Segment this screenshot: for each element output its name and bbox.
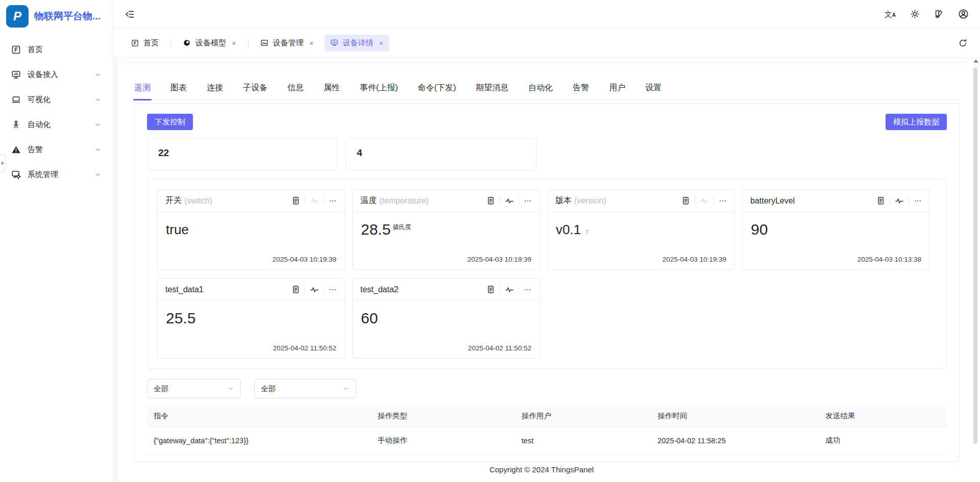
tab-telemetry[interactable]: 遥测 [134, 82, 151, 99]
sidebar-item-label: 系统管理 [28, 170, 58, 180]
column-op-user: 操作用户 [515, 405, 651, 427]
document-icon[interactable] [681, 196, 690, 205]
waveform-icon[interactable] [310, 196, 319, 206]
vertical-scrollbar[interactable] [972, 59, 979, 482]
more-icon[interactable] [329, 197, 337, 205]
visualization-icon [11, 95, 21, 105]
tab-alarm[interactable]: 告警 [573, 82, 589, 99]
document-icon[interactable] [291, 285, 300, 294]
sidebar-item-label: 自动化 [28, 120, 51, 130]
filter-select-1[interactable]: 全部 [147, 379, 241, 398]
page-tab-label: 设备管理 [273, 38, 304, 48]
telemetry-cards: 开关 (switch) true 2025-04-03 10:19:39 [147, 179, 947, 369]
home-f-icon [11, 45, 21, 55]
waveform-icon[interactable] [700, 196, 709, 206]
card-value: true [166, 222, 189, 237]
cell-result: 成功 [819, 427, 947, 454]
user-avatar-icon[interactable] [958, 9, 969, 19]
page-tab-device-detail[interactable]: 设备详情 × [325, 35, 389, 52]
theme-palette-icon[interactable] [934, 9, 944, 19]
document-icon[interactable] [291, 196, 300, 205]
select-value: 全部 [154, 384, 168, 394]
sidebar-item-alarm[interactable]: 告警 [5, 140, 108, 160]
card-timestamp: 2025-04-02 11:50:52 [273, 344, 336, 352]
scroll-up-arrow-icon[interactable] [973, 59, 978, 63]
refresh-icon[interactable] [958, 38, 968, 48]
column-result: 发送结果 [819, 405, 947, 427]
page-tab-device-management[interactable]: 设备管理 × [255, 35, 320, 52]
card-value: 60 [361, 310, 378, 326]
sidebar-item-system-management[interactable]: 系统管理 [5, 165, 108, 185]
tab-commands[interactable]: 命令(下发) [418, 82, 456, 99]
filter-select-2[interactable]: 全部 [254, 379, 356, 398]
column-command: 指令 [147, 405, 371, 427]
tab-events[interactable]: 事件(上报) [360, 82, 398, 99]
sidebar-item-home[interactable]: 首页 [5, 40, 108, 60]
collapse-sidebar-icon[interactable] [125, 9, 135, 19]
simulate-report-button[interactable]: 模拟上报数据 [886, 114, 947, 130]
waveform-icon[interactable] [505, 196, 514, 206]
telemetry-card-version: 版本 (version) v0.1↑ 2025-04-03 10:19:39 [547, 189, 735, 270]
stat-value: 22 [158, 147, 169, 159]
sidebar-item-automation[interactable]: 自动化 [5, 115, 108, 135]
card-timestamp: 2025-04-03 10:19:39 [273, 256, 336, 263]
more-icon[interactable] [719, 197, 727, 205]
page-tab-home[interactable]: 首页 [126, 35, 164, 52]
expand-right-icon [2, 161, 4, 165]
device-management-icon [260, 39, 268, 47]
document-icon[interactable] [486, 285, 495, 294]
scrollbar-thumb[interactable] [973, 67, 977, 444]
sidebar-item-device-access[interactable]: 设备接入 [5, 65, 108, 85]
logo[interactable]: P 物联网平台物... [0, 0, 113, 33]
page-tab-device-model[interactable]: 设备模型 × [177, 35, 242, 52]
language-icon[interactable]: 文A [885, 10, 896, 18]
thingspanel-logo-icon: P [6, 5, 29, 28]
chevron-down-icon [94, 171, 102, 179]
tab-automation[interactable]: 自动化 [528, 82, 553, 99]
waveform-icon[interactable] [505, 285, 514, 294]
card-value: 28.5 [361, 221, 390, 238]
card-value: v0.1 [556, 222, 581, 237]
close-icon[interactable]: × [379, 39, 384, 47]
more-icon[interactable] [329, 286, 337, 294]
waveform-icon[interactable] [895, 196, 904, 206]
topbar: 文A [113, 0, 980, 29]
cell-op-time: 2025-04-02 11:58:25 [651, 427, 819, 454]
tab-chart[interactable]: 图表 [170, 82, 187, 99]
tab-sub-devices[interactable]: 子设备 [243, 82, 267, 99]
more-icon[interactable] [524, 286, 532, 294]
card-timestamp: 2025-04-02 11:50:52 [468, 344, 531, 352]
table-header-row: 指令 操作类型 操作用户 操作时间 发送结果 [147, 405, 947, 427]
card-value: 90 [751, 221, 768, 238]
card-title-en: (version) [574, 196, 606, 206]
waveform-icon[interactable] [310, 285, 319, 294]
device-detail-icon [330, 39, 338, 47]
tab-divider [170, 39, 171, 47]
panel-expand-handle[interactable] [0, 155, 6, 172]
page-tabstrip: 首页 设备模型 × 设备管理 × 设备详情 × [113, 29, 980, 58]
stat-box: 22 [147, 138, 338, 171]
tab-expected-messages[interactable]: 期望消息 [476, 82, 508, 99]
theme-light-icon[interactable] [910, 9, 920, 19]
tab-users[interactable]: 用户 [609, 82, 625, 99]
close-icon[interactable]: × [309, 39, 314, 47]
sidebar-nav: 首页 设备接入 可视化 自动化 告警 系统管理 [0, 40, 113, 185]
select-value: 全部 [261, 384, 276, 394]
telemetry-card-switch: 开关 (switch) true 2025-04-03 10:19:39 [157, 189, 345, 270]
tab-info[interactable]: 信息 [287, 82, 304, 99]
telemetry-card-temperature: 温度 (temperature) 28.5摄氏度 2025-04-03 10:1… [352, 189, 540, 270]
close-icon[interactable]: × [232, 39, 236, 47]
tab-attributes[interactable]: 属性 [324, 82, 340, 99]
tab-settings[interactable]: 设置 [645, 82, 662, 99]
more-icon[interactable] [524, 197, 532, 205]
card-timestamp: 2025-04-03 10:19:39 [663, 256, 726, 263]
more-icon[interactable] [914, 197, 922, 205]
document-icon[interactable] [486, 196, 495, 205]
tab-connection[interactable]: 连接 [207, 82, 223, 99]
sidebar-item-visualization[interactable]: 可视化 [5, 90, 108, 110]
logo-title: 物联网平台物... [34, 10, 101, 23]
card-timestamp: 2025-04-03 10:19:39 [468, 256, 531, 263]
document-icon[interactable] [876, 196, 885, 205]
device-access-icon [11, 70, 21, 80]
send-control-button[interactable]: 下发控制 [147, 114, 193, 130]
